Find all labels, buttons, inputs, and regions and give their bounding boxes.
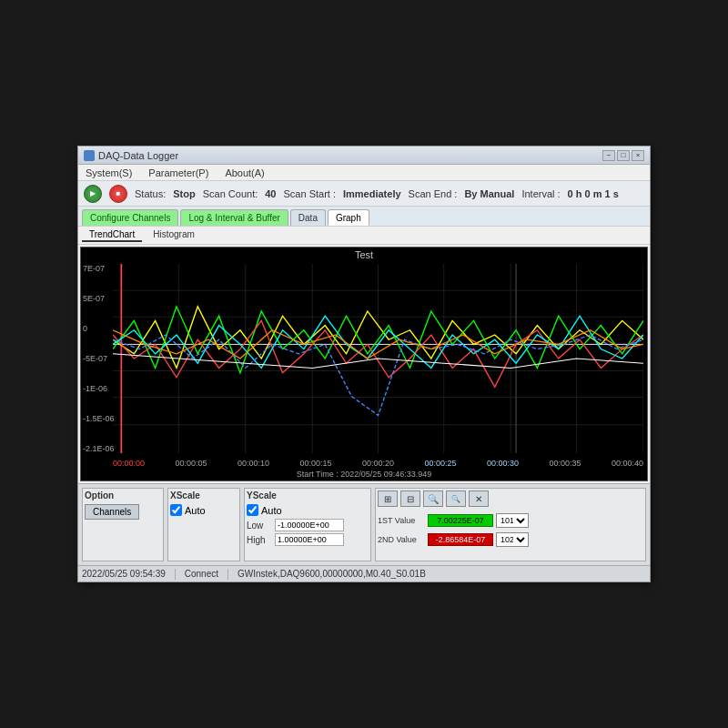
status-bar: 2022/05/25 09:54:39 Connect GWInstek,DAQ… [78, 565, 650, 581]
status-device: GWInstek,DAQ9600,00000000,M0.40_S0.01B [238, 569, 426, 579]
xscale-section: XScale Auto [167, 488, 240, 561]
tab-graph[interactable]: Graph [328, 209, 369, 226]
title-bar-left: DAQ-Data Logger [84, 150, 178, 161]
y-label-2: 0 [83, 324, 115, 333]
interval-value: 0 h 0 m 1 s [568, 188, 619, 199]
first-value-display: 7.00225E-07 [428, 514, 493, 527]
y-label-5: -1.5E-06 [83, 414, 115, 423]
yscale-auto-label: Auto [261, 505, 282, 516]
chart-svg [113, 264, 643, 453]
first-channel-select[interactable]: 101 102 [496, 513, 529, 528]
second-value-row: 2ND Value -2.86584E-07 101 102 [378, 532, 643, 547]
x-label-6: 00:00:30 [487, 459, 519, 468]
x-label-0: 00:00:00 [113, 459, 145, 468]
zoom-out-button[interactable]: ⊟ [400, 490, 420, 507]
window-title: DAQ-Data Logger [98, 150, 178, 161]
bottom-panel: Option Channels XScale Auto YScale Auto [78, 483, 650, 565]
y-label-3: -5E-07 [83, 354, 115, 363]
status-datetime: 2022/05/25 09:54:39 [82, 569, 166, 579]
close-button[interactable]: × [632, 150, 644, 161]
menu-bar: System(S) Parameter(P) About(A) [78, 165, 650, 181]
yscale-auto-row: Auto [247, 504, 369, 516]
status-label: Status: [135, 188, 166, 199]
menu-parameter[interactable]: Parameter(P) [145, 167, 212, 179]
yscale-title: YScale [247, 490, 369, 500]
stop-button[interactable]: ■ [109, 185, 127, 203]
yscale-high-label: High [247, 535, 272, 545]
x-label-2: 00:00:10 [238, 459, 269, 468]
scan-end-label: Scan End : [409, 188, 458, 199]
x-label-5: 00:00:25 [424, 459, 456, 468]
xscale-auto-row: Auto [170, 504, 238, 516]
yscale-high-input[interactable] [275, 533, 344, 546]
x-label-3: 00:00:15 [299, 459, 331, 468]
x-label-4: 00:00:20 [362, 459, 394, 468]
second-value-display: -2.86584E-07 [428, 533, 493, 546]
channels-button[interactable]: Channels [85, 504, 139, 520]
y-label-1: 5E-07 [83, 294, 115, 303]
app-icon [84, 150, 95, 161]
chart-container: Test 7E-07 5E-07 0 -5E-07 -1E-06 -1.5E-0… [80, 247, 648, 481]
scan-start-label: Scan Start : [284, 188, 336, 199]
main-window: DAQ-Data Logger − □ × System(S) Paramete… [77, 146, 651, 582]
second-value-label: 2ND Value [378, 535, 425, 544]
subtab-histogram[interactable]: Histogram [146, 228, 202, 242]
zoom-select-button[interactable]: 🔍 [446, 490, 466, 507]
yscale-auto-checkbox[interactable] [247, 504, 258, 516]
status-divider-2 [228, 569, 228, 580]
status-connection: Connect [185, 569, 218, 579]
maximize-button[interactable]: □ [617, 150, 630, 161]
menu-about[interactable]: About(A) [221, 167, 268, 179]
tab-data[interactable]: Data [290, 209, 326, 226]
tab-log-interval[interactable]: Log & Interval & Buffer [180, 209, 288, 226]
scan-count-value: 40 [265, 188, 276, 199]
x-label-8: 00:00:40 [612, 459, 643, 468]
minimize-button[interactable]: − [602, 150, 615, 161]
option-title: Option [85, 490, 161, 500]
interval-label: Interval : [521, 188, 560, 199]
zoom-fit-button[interactable]: ⊞ [378, 490, 398, 507]
xscale-title: XScale [170, 490, 238, 500]
first-value-label: 1ST Value [378, 516, 425, 525]
y-axis-labels: 7E-07 5E-07 0 -5E-07 -1E-06 -1.5E-06 -2.… [83, 264, 115, 453]
x-label-7: 00:00:35 [549, 459, 581, 468]
yscale-high-row: High [247, 533, 369, 546]
x-label-1: 00:00:05 [175, 459, 207, 468]
tab-configure-channels[interactable]: Configure Channels [82, 209, 178, 226]
y-label-4: -1E-06 [83, 384, 115, 393]
zoom-in-button[interactable]: 🔍 [423, 490, 443, 507]
yscale-low-label: Low [247, 521, 272, 531]
yscale-section: YScale Auto Low High [244, 488, 371, 561]
scan-end-value: By Manual [464, 188, 514, 199]
xscale-auto-checkbox[interactable] [170, 504, 182, 516]
title-bar: DAQ-Data Logger − □ × [78, 147, 650, 165]
main-content: Test 7E-07 5E-07 0 -5E-07 -1E-06 -1.5E-0… [78, 245, 650, 565]
status-divider-1 [175, 569, 176, 580]
title-controls: − □ × [602, 150, 644, 161]
x-axis-labels: 00:00:00 00:00:05 00:00:10 00:00:15 00:0… [113, 459, 643, 468]
subtab-trendchart[interactable]: TrendChart [82, 228, 142, 242]
scan-count-label: Scan Count: [203, 188, 258, 199]
y-label-0: 7E-07 [83, 264, 115, 273]
option-section: Option Channels [82, 488, 164, 561]
menu-system[interactable]: System(S) [82, 167, 136, 179]
chart-icon-row: ⊞ ⊟ 🔍 🔍 ✕ [378, 490, 643, 507]
y-label-6: -2.1E-06 [83, 444, 115, 453]
status-value: Stop [173, 188, 195, 199]
yscale-low-input[interactable] [275, 519, 344, 531]
yscale-low-row: Low [247, 519, 369, 531]
chart-start-time: Start Time : 2022/05/25 09:46:33.949 [81, 470, 647, 479]
controls-section: ⊞ ⊟ 🔍 🔍 ✕ 1ST Value 7.00225E-07 101 102 … [375, 488, 646, 561]
reset-button[interactable]: ✕ [469, 490, 489, 507]
scan-start-value: Immediately [343, 188, 401, 199]
toolbar: ▶ ■ Status: Stop Scan Count: 40 Scan Sta… [78, 181, 650, 207]
second-channel-select[interactable]: 101 102 [496, 532, 529, 547]
chart-title: Test [81, 249, 647, 260]
subtab-bar: TrendChart Histogram [78, 227, 650, 245]
xscale-auto-label: Auto [185, 505, 206, 516]
first-value-row: 1ST Value 7.00225E-07 101 102 [378, 513, 643, 528]
tab-bar: Configure Channels Log & Interval & Buff… [78, 207, 650, 227]
play-button[interactable]: ▶ [84, 185, 102, 203]
